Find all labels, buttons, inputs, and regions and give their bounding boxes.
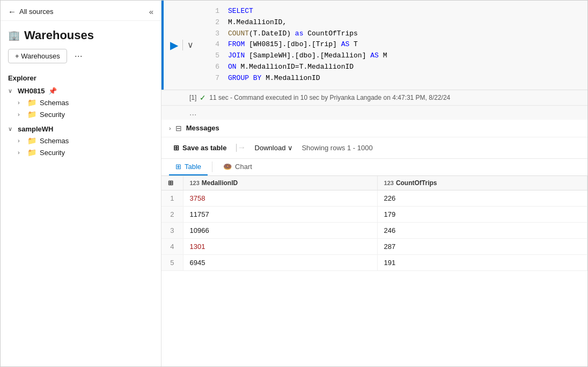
row-num-5: 5 [161, 254, 183, 270]
table-tab-label: Table [185, 163, 201, 171]
row-num-1: 1 [161, 190, 183, 206]
results-table: ⊞ 123MedallionID 123CountOfTrips 1 3758 … [161, 176, 587, 271]
table-header-row: ⊞ 123MedallionID 123CountOfTrips [161, 176, 587, 190]
chevron-right-icon: › [18, 149, 27, 156]
samplewh-label: sampleWH [18, 125, 53, 133]
explorer-label: Explorer [8, 74, 153, 82]
toolbar-divider [182, 40, 183, 50]
save-table-label: Save as table [182, 144, 226, 152]
ellipsis-indicator: ... [161, 106, 587, 120]
toolbar-separator: |→ [235, 143, 246, 152]
chevron-right-icon: › [169, 125, 171, 131]
folder-icon: 📁 [27, 110, 36, 119]
bracket-label: [1] [189, 94, 196, 101]
type-badge-123: 123 [190, 180, 200, 186]
security1-label: Security [40, 111, 153, 119]
medallionid-1: 3758 [183, 190, 377, 206]
medallionid-3: 10966 [183, 222, 377, 238]
row-num-3: 3 [161, 222, 183, 238]
table-row: 2 11757 179 [161, 206, 587, 222]
samplewh-children: › 📁 Schemas › 📁 Security [8, 135, 153, 158]
countoftrips-3: 246 [377, 222, 587, 238]
chevron-down-icon: ∨ [8, 87, 18, 94]
col-header-row-num: ⊞ [161, 176, 183, 190]
tree-item-schemas1[interactable]: › 📁 Schemas [18, 97, 153, 108]
sidebar: ← All sources « 🏢 Warehouses + Warehouse… [1, 1, 161, 366]
chevron-right-icon: › [18, 99, 27, 106]
table-toolbar: ⊞ Save as table |→ Download ∨ Showing ro… [161, 137, 587, 159]
warehouses-header: 🏢 Warehouses [1, 21, 161, 47]
warehouse-icon: 🏢 [8, 30, 20, 41]
folder-icon: 📁 [27, 136, 36, 145]
security2-label: Security [40, 149, 153, 157]
chevron-right-icon: › [18, 137, 27, 144]
table-row: 4 1301 287 [161, 238, 587, 254]
sidebar-actions: + Warehouses ··· [1, 47, 161, 70]
back-label: All sources [19, 8, 54, 16]
back-link[interactable]: ← All sources [8, 7, 54, 16]
warehouses-title: Warehouses [24, 28, 94, 42]
tab-divider [212, 162, 212, 172]
tree-item-samplewh[interactable]: ∨ sampleWH [8, 123, 153, 135]
editor-toolbar: ▶ ∨ [164, 1, 200, 90]
table-row: 5 6945 191 [161, 254, 587, 270]
countoftrips-4: 287 [377, 238, 587, 254]
tree-item-security1[interactable]: › 📁 Security [18, 108, 153, 120]
execution-message: 11 sec - Command executed in 10 sec by P… [209, 94, 450, 101]
save-table-button[interactable]: ⊞ Save as table [169, 142, 231, 154]
sql-code-block[interactable]: 1SELECT 2M.MedallionID, 3COUNT(T.DateID)… [200, 1, 587, 90]
download-button[interactable]: Download ∨ [251, 142, 298, 154]
messages-bar[interactable]: › ⊟ Messages [161, 120, 587, 137]
chart-tab-label: Chart [235, 163, 252, 171]
tab-table[interactable]: ⊞ Table [169, 159, 208, 175]
chevron-down-icon: ∨ [8, 126, 18, 133]
collapse-icon[interactable]: « [149, 7, 153, 16]
tree-item-security2[interactable]: › 📁 Security [18, 146, 153, 158]
tree-item-schemas2[interactable]: › 📁 Schemas [18, 135, 153, 146]
run-button[interactable]: ▶ [169, 38, 179, 53]
editor-panel: ▶ ∨ 1SELECT 2M.MedallionID, 3COUNT(T.Dat… [161, 1, 587, 90]
check-icon: ✓ [200, 93, 206, 102]
table-icon: ⊞ [175, 163, 181, 171]
execution-status-bar: [1] ✓ 11 sec - Command executed in 10 se… [161, 90, 587, 106]
back-arrow-icon: ← [8, 7, 16, 16]
explorer-section: Explorer ∨ WH0815 📌 › 📁 Schemas › 📁 Secu… [1, 70, 161, 160]
schemas1-label: Schemas [40, 99, 153, 107]
download-label: Download [255, 144, 286, 152]
medallionid-4: 1301 [183, 238, 377, 254]
col-header-medallionid: 123MedallionID [183, 176, 377, 190]
more-options-button[interactable]: ··· [71, 49, 86, 63]
pin-icon: 📌 [48, 87, 57, 95]
medallionid-5: 6945 [183, 254, 377, 270]
folder-icon: 📁 [27, 148, 36, 157]
messages-icon: ⊟ [175, 124, 182, 133]
countoftrips-2: 179 [377, 206, 587, 222]
countoftrips-5: 191 [377, 254, 587, 270]
countoftrips-1: 226 [377, 190, 587, 206]
tab-chart[interactable]: 🍩 Chart [217, 159, 259, 175]
results-panel: › ⊟ Messages ⊞ Save as table |→ Download… [161, 120, 587, 366]
type-badge-123: 123 [384, 180, 394, 186]
grid-icon: ⊞ [168, 179, 173, 187]
row-num-4: 4 [161, 238, 183, 254]
row-num-2: 2 [161, 206, 183, 222]
table-row: 1 3758 226 [161, 190, 587, 206]
folder-icon: 📁 [27, 98, 36, 107]
dropdown-button[interactable]: ∨ [186, 39, 195, 51]
chevron-right-icon: › [18, 111, 27, 118]
schemas2-label: Schemas [40, 137, 153, 145]
chart-icon: 🍩 [223, 163, 232, 171]
sidebar-topbar: ← All sources « [1, 1, 161, 21]
view-tabs: ⊞ Table 🍩 Chart [161, 159, 587, 176]
messages-label: Messages [186, 124, 219, 132]
wh0815-label: WH0815 [18, 87, 45, 95]
add-warehouse-button[interactable]: + Warehouses [8, 49, 67, 63]
col-header-countoftrips: 123CountOfTrips [377, 176, 587, 190]
medallionid-2: 11757 [183, 206, 377, 222]
wh0815-children: › 📁 Schemas › 📁 Security [8, 97, 153, 120]
table-row: 3 10966 246 [161, 222, 587, 238]
table-grid-icon: ⊞ [173, 144, 179, 152]
tree-item-wh0815[interactable]: ∨ WH0815 📌 [8, 85, 153, 97]
rows-info: Showing rows 1 - 1000 [302, 144, 372, 152]
main-area: ▶ ∨ 1SELECT 2M.MedallionID, 3COUNT(T.Dat… [161, 1, 587, 366]
